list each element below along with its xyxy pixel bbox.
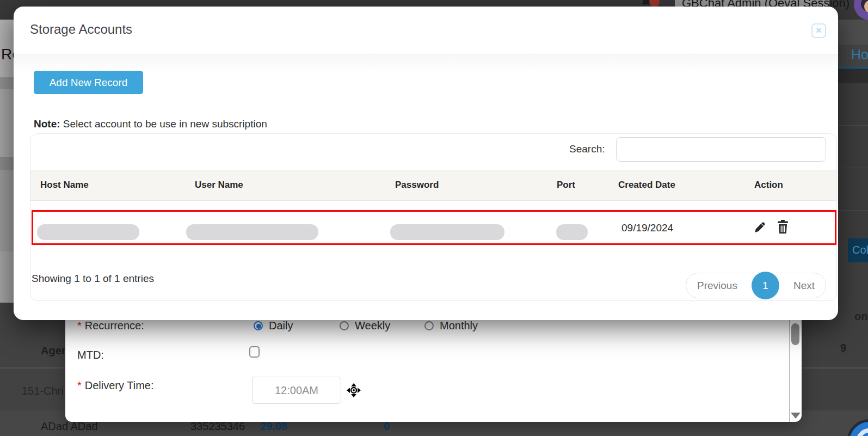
home-link-partial[interactable]: Ho (851, 47, 868, 63)
delivery-time-label: *Delivery Time: (77, 379, 154, 392)
delete-trash-icon[interactable] (777, 220, 789, 236)
redacted-user-name (186, 224, 318, 240)
columns-button-partial[interactable]: Colu (848, 238, 868, 262)
table-row-selected[interactable]: 09/19/2024 (32, 210, 836, 245)
subscription-form-modal: *Recurrence: Daily Weekly Monthly MTD: *… (65, 305, 802, 422)
mtd-label: MTD: (77, 349, 104, 361)
redacted-password (390, 224, 504, 240)
recurrence-option-weekly[interactable]: Weekly (340, 320, 390, 332)
radio-monthly-icon[interactable] (424, 321, 434, 330)
mtd-checkbox[interactable] (249, 346, 260, 358)
radio-daily-label: Daily (269, 320, 293, 332)
column-created-date: Created Date (618, 180, 675, 191)
scrollbar-thumb[interactable] (791, 323, 799, 345)
background-stripe (838, 20, 868, 45)
background-cell-number: 335235346 (190, 420, 245, 433)
note-body: Select account to be use in new subscrip… (60, 118, 267, 130)
edit-pencil-icon[interactable] (754, 220, 767, 236)
recurrence-label: *Recurrence: (77, 320, 144, 332)
background-divider (0, 367, 65, 369)
pagination-next[interactable]: Next (793, 280, 815, 292)
storage-accounts-modal: Storage Accounts × Add New Record Note: … (14, 7, 838, 320)
background-cell-name: ADad ADad (41, 420, 98, 433)
background-stripe (0, 170, 14, 251)
column-host-name: Host Name (40, 180, 89, 191)
search-input[interactable] (616, 137, 826, 162)
recurrence-option-monthly[interactable]: Monthly (424, 320, 478, 332)
background-stripe (0, 89, 14, 157)
modal-title: Storage Accounts (30, 22, 132, 37)
background-divider (838, 125, 868, 126)
note-label: Note: (34, 118, 60, 130)
pagination: Previous 1 Next (686, 273, 826, 298)
recurrence-option-daily[interactable]: Daily (254, 320, 293, 332)
column-user-name: User Name (195, 180, 243, 191)
background-divider (838, 168, 868, 168)
screen: GBChat Admin (Qeval Session) Re Ho Colu … (0, 0, 868, 436)
scrollbar-down-arrow[interactable] (791, 413, 801, 419)
time-picker-move-icon[interactable] (347, 383, 361, 400)
redacted-port (556, 224, 588, 240)
background-divider (838, 210, 868, 211)
background-cell-metric1: 29.08 (260, 420, 287, 433)
delivery-time-input[interactable] (252, 377, 341, 404)
column-port: Port (557, 180, 575, 191)
background-stripe (838, 83, 868, 240)
background-count-value: 9 (840, 342, 846, 354)
pagination-previous[interactable]: Previous (697, 280, 737, 292)
background-stripe (0, 251, 14, 303)
created-date-value: 09/19/2024 (621, 222, 673, 234)
accounts-table-card: Search: Host Name User Name Password Por… (30, 133, 837, 301)
column-password: Password (395, 180, 439, 191)
required-marker: * (77, 379, 82, 391)
search-label: Search: (569, 143, 605, 155)
modal-body-tint (14, 54, 838, 73)
table-header-row: Host Name User Name Password Port Create… (30, 170, 836, 201)
background-stripe (0, 77, 14, 89)
background-divider (802, 367, 868, 369)
radio-weekly-label: Weekly (355, 320, 390, 332)
close-icon[interactable]: × (811, 23, 826, 38)
add-new-record-button[interactable]: Add New Record (34, 71, 143, 94)
recurrence-label-text: Recurrence: (85, 320, 144, 331)
background-stripe (838, 69, 868, 83)
redacted-host-name (37, 224, 139, 240)
scrollbar-track-border (789, 305, 790, 422)
radio-monthly-label: Monthly (440, 320, 478, 332)
pagination-page-1[interactable]: 1 (752, 272, 779, 299)
radio-weekly-icon[interactable] (340, 321, 349, 330)
background-header-partial: on (854, 310, 867, 323)
column-action: Action (754, 180, 783, 191)
background-row-partial: 151-Chri (22, 385, 64, 397)
required-marker: * (77, 320, 82, 331)
note-text: Note: Select account to be use in new su… (34, 118, 267, 130)
showing-entries-text: Showing 1 to 1 of 1 entries (32, 273, 154, 285)
background-cell-metric2: 0 (384, 420, 390, 433)
delivery-time-label-text: Delivery Time: (85, 379, 154, 391)
background-stripe (0, 157, 14, 170)
radio-daily-checked-icon[interactable] (254, 321, 263, 330)
